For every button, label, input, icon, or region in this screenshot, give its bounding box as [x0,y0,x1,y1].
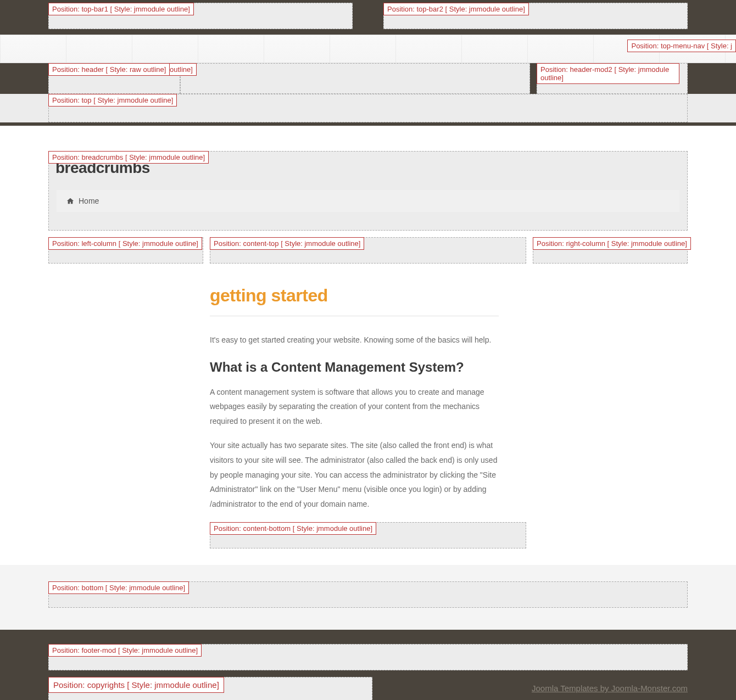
position-top-bar2: Position: top-bar2 [ Style: jmmodule out… [383,3,688,29]
top-bar-band: Position: top-bar1 [ Style: jmmodule out… [0,0,736,35]
position-label: Position: header [ Style: raw outline] [48,63,170,76]
position-label: Position: header-mod2 [ Style: jmmodule … [537,63,679,84]
position-header-mod2: Position: header-mod2 [ Style: jmmodule … [537,63,688,94]
position-label: Position: footer-mod [ Style: jmmodule o… [48,644,202,657]
position-content-bottom: Position: content-bottom [ Style: jmmodu… [210,522,526,548]
bottom-band: Position: bottom [ Style: jmmodule outli… [0,565,736,630]
article-paragraph: A content management system is software … [210,385,499,429]
position-label: Position: copyrights [ Style: jmmodule o… [48,677,224,693]
breadcrumb-band: Position: breadcrumbs [ Style: jmmodule … [0,151,736,231]
position-label: Position: breadcrumbs [ Style: jmmodule … [48,151,209,164]
right-column: Position: right-column [ Style: jmmodule… [533,237,688,548]
footer-credit-link[interactable]: Joomla Templates by Joomla-Monster.com [532,684,688,693]
position-breadcrumbs: Position: breadcrumbs [ Style: jmmodule … [48,151,688,231]
article-paragraph: Your site actually has two separate site… [210,438,499,511]
home-icon [66,197,74,205]
position-header: Position: header [ Style: raw outline] [48,63,180,94]
top-position-band: Position: top [ Style: jmmodule outline] [0,94,736,122]
position-content-top: Position: content-top [ Style: jmmodule … [210,237,526,264]
position-top: Position: top [ Style: jmmodule outline] [48,94,688,122]
position-right-column: Position: right-column [ Style: jmmodule… [533,237,688,264]
position-header-mod1: ule outline] [180,63,530,94]
position-label: Position: top [ Style: jmmodule outline] [48,94,177,107]
header-band: Position: header [ Style: raw outline] u… [0,63,736,94]
position-footer-mod: Position: footer-mod [ Style: jmmodule o… [48,644,688,670]
position-copyrights: Position: copyrights [ Style: jmmodule o… [48,677,372,700]
article-intro: It's easy to get started creating your w… [210,333,499,348]
footer-band: Position: footer-mod [ Style: jmmodule o… [0,630,736,700]
position-label: Position: content-bottom [ Style: jmmodu… [210,522,376,535]
position-label: Position: top-bar1 [ Style: jmmodule out… [48,3,194,15]
divider [0,122,736,126]
article-title: getting started [210,285,499,306]
content-band: Position: left-column [ Style: jmmodule … [0,237,736,565]
breadcrumb-home-link[interactable]: Home [79,197,99,205]
spacer [359,3,377,29]
position-label: Position: left-column [ Style: jmmodule … [48,237,202,250]
position-top-bar1: Position: top-bar1 [ Style: jmmodule out… [48,3,353,29]
left-column: Position: left-column [ Style: jmmodule … [48,237,203,548]
breadcrumb-bar: Home [57,190,679,212]
position-label: Position: content-top [ Style: jmmodule … [210,237,364,250]
position-top-menu-nav: Position: top-menu-nav [ Style: j [627,40,736,52]
article-heading: What is a Content Management System? [210,360,499,375]
position-label: Position: top-bar2 [ Style: jmmodule out… [383,3,529,15]
main-column: Position: content-top [ Style: jmmodule … [210,237,526,548]
footer-right: Joomla Templates by Joomla-Monster.com [379,677,688,700]
position-label: Position: bottom [ Style: jmmodule outli… [48,581,189,594]
position-label: Position: right-column [ Style: jmmodule… [533,237,691,250]
divider [210,316,499,316]
article: getting started It's easy to get started… [210,285,526,511]
top-menu-band: Position: top-menu-nav [ Style: j [0,35,736,63]
position-left-column: Position: left-column [ Style: jmmodule … [48,237,203,264]
position-bottom: Position: bottom [ Style: jmmodule outli… [48,581,688,608]
